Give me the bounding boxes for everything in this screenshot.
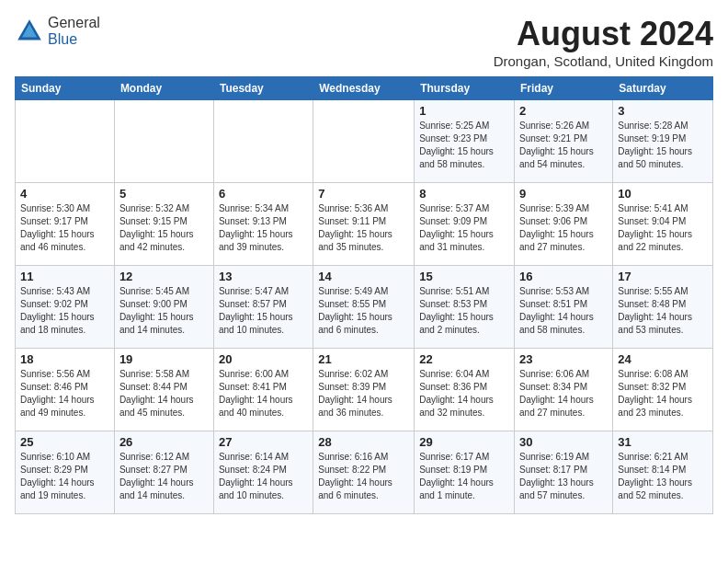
calendar-cell: 16Sunrise: 5:53 AM Sunset: 8:51 PM Dayli… (515, 266, 613, 349)
calendar-cell: 9Sunrise: 5:39 AM Sunset: 9:06 PM Daylig… (515, 183, 613, 266)
day-header-wednesday: Wednesday (313, 77, 415, 100)
calendar-cell: 4Sunrise: 5:30 AM Sunset: 9:17 PM Daylig… (16, 183, 115, 266)
day-number: 10 (618, 187, 708, 201)
day-info: Sunrise: 5:34 AM Sunset: 9:13 PM Dayligh… (219, 202, 308, 254)
day-info: Sunrise: 5:47 AM Sunset: 8:57 PM Dayligh… (219, 285, 308, 337)
day-number: 18 (20, 352, 109, 366)
calendar-cell: 31Sunrise: 6:21 AM Sunset: 8:14 PM Dayli… (613, 431, 713, 514)
week-row-3: 11Sunrise: 5:43 AM Sunset: 9:02 PM Dayli… (16, 266, 713, 349)
day-info: Sunrise: 5:37 AM Sunset: 9:09 PM Dayligh… (419, 202, 509, 254)
title-block: August 2024 Drongan, Scotland, United Ki… (494, 15, 713, 69)
day-number: 22 (419, 352, 509, 366)
day-number: 26 (119, 435, 209, 449)
day-number: 29 (419, 435, 509, 449)
calendar-cell: 15Sunrise: 5:51 AM Sunset: 8:53 PM Dayli… (415, 266, 515, 349)
calendar-cell (313, 100, 415, 183)
day-info: Sunrise: 5:28 AM Sunset: 9:19 PM Dayligh… (618, 120, 708, 171)
day-number: 31 (618, 435, 708, 449)
calendar-cell: 23Sunrise: 6:06 AM Sunset: 8:34 PM Dayli… (515, 349, 613, 431)
day-header-tuesday: Tuesday (213, 77, 313, 100)
week-row-4: 18Sunrise: 5:56 AM Sunset: 8:46 PM Dayli… (16, 349, 713, 431)
day-number: 21 (318, 352, 409, 366)
day-header-monday: Monday (114, 77, 213, 100)
day-info: Sunrise: 6:14 AM Sunset: 8:24 PM Dayligh… (219, 451, 308, 502)
day-number: 27 (219, 435, 308, 449)
day-info: Sunrise: 5:49 AM Sunset: 8:55 PM Dayligh… (318, 285, 409, 337)
calendar-cell (213, 100, 313, 183)
day-info: Sunrise: 5:41 AM Sunset: 9:04 PM Dayligh… (618, 202, 708, 254)
calendar-cell: 10Sunrise: 5:41 AM Sunset: 9:04 PM Dayli… (613, 183, 713, 266)
day-info: Sunrise: 5:55 AM Sunset: 8:48 PM Dayligh… (618, 285, 708, 337)
calendar-cell: 19Sunrise: 5:58 AM Sunset: 8:44 PM Dayli… (114, 349, 213, 431)
day-header-friday: Friday (515, 77, 613, 100)
calendar-cell: 13Sunrise: 5:47 AM Sunset: 8:57 PM Dayli… (213, 266, 313, 349)
day-number: 9 (519, 187, 608, 201)
calendar-cell: 12Sunrise: 5:45 AM Sunset: 9:00 PM Dayli… (114, 266, 213, 349)
location: Drongan, Scotland, United Kingdom (494, 53, 713, 69)
day-header-saturday: Saturday (613, 77, 713, 100)
day-info: Sunrise: 6:04 AM Sunset: 8:36 PM Dayligh… (419, 368, 509, 419)
logo: General Blue (15, 15, 100, 48)
calendar-cell: 6Sunrise: 5:34 AM Sunset: 9:13 PM Daylig… (213, 183, 313, 266)
calendar-cell: 27Sunrise: 6:14 AM Sunset: 8:24 PM Dayli… (213, 431, 313, 514)
day-number: 14 (318, 270, 409, 283)
calendar-cell: 20Sunrise: 6:00 AM Sunset: 8:41 PM Dayli… (213, 349, 313, 431)
logo-blue-text: Blue (48, 31, 77, 47)
calendar-cell: 29Sunrise: 6:17 AM Sunset: 8:19 PM Dayli… (415, 431, 515, 514)
calendar-cell: 30Sunrise: 6:19 AM Sunset: 8:17 PM Dayli… (515, 431, 613, 514)
day-info: Sunrise: 5:58 AM Sunset: 8:44 PM Dayligh… (119, 368, 209, 419)
day-number: 23 (519, 352, 608, 366)
day-number: 8 (419, 187, 509, 201)
page-header: General Blue August 2024 Drongan, Scotla… (15, 15, 713, 69)
day-number: 7 (318, 187, 409, 201)
logo-general-text: General (48, 15, 100, 30)
day-info: Sunrise: 6:08 AM Sunset: 8:32 PM Dayligh… (618, 368, 708, 419)
day-info: Sunrise: 5:32 AM Sunset: 9:15 PM Dayligh… (119, 202, 209, 254)
day-number: 19 (119, 352, 209, 366)
day-header-sunday: Sunday (16, 77, 115, 100)
day-number: 4 (20, 187, 109, 201)
calendar-cell: 7Sunrise: 5:36 AM Sunset: 9:11 PM Daylig… (313, 183, 415, 266)
day-info: Sunrise: 6:16 AM Sunset: 8:22 PM Dayligh… (318, 451, 409, 502)
calendar-cell (114, 100, 213, 183)
day-number: 2 (519, 104, 608, 118)
day-info: Sunrise: 5:45 AM Sunset: 9:00 PM Dayligh… (119, 285, 209, 337)
day-info: Sunrise: 6:21 AM Sunset: 8:14 PM Dayligh… (618, 451, 708, 502)
day-number: 16 (519, 270, 608, 283)
day-number: 28 (318, 435, 409, 449)
day-info: Sunrise: 6:10 AM Sunset: 8:29 PM Dayligh… (20, 451, 109, 502)
calendar-cell: 11Sunrise: 5:43 AM Sunset: 9:02 PM Dayli… (16, 266, 115, 349)
calendar-cell: 26Sunrise: 6:12 AM Sunset: 8:27 PM Dayli… (114, 431, 213, 514)
calendar-cell: 8Sunrise: 5:37 AM Sunset: 9:09 PM Daylig… (415, 183, 515, 266)
calendar-cell: 18Sunrise: 5:56 AM Sunset: 8:46 PM Dayli… (16, 349, 115, 431)
day-number: 30 (519, 435, 608, 449)
day-info: Sunrise: 5:53 AM Sunset: 8:51 PM Dayligh… (519, 285, 608, 337)
calendar-cell: 21Sunrise: 6:02 AM Sunset: 8:39 PM Dayli… (313, 349, 415, 431)
week-row-2: 4Sunrise: 5:30 AM Sunset: 9:17 PM Daylig… (16, 183, 713, 266)
calendar-cell: 14Sunrise: 5:49 AM Sunset: 8:55 PM Dayli… (313, 266, 415, 349)
day-number: 24 (618, 352, 708, 366)
day-number: 15 (419, 270, 509, 283)
day-info: Sunrise: 5:30 AM Sunset: 9:17 PM Dayligh… (20, 202, 109, 254)
calendar-table: SundayMondayTuesdayWednesdayThursdayFrid… (15, 76, 713, 514)
day-info: Sunrise: 5:25 AM Sunset: 9:23 PM Dayligh… (419, 120, 509, 171)
calendar-cell (16, 100, 115, 183)
day-info: Sunrise: 5:43 AM Sunset: 9:02 PM Dayligh… (20, 285, 109, 337)
day-info: Sunrise: 6:19 AM Sunset: 8:17 PM Dayligh… (519, 451, 608, 502)
day-number: 1 (419, 104, 509, 118)
calendar-cell: 5Sunrise: 5:32 AM Sunset: 9:15 PM Daylig… (114, 183, 213, 266)
day-info: Sunrise: 6:17 AM Sunset: 8:19 PM Dayligh… (419, 451, 509, 502)
week-row-1: 1Sunrise: 5:25 AM Sunset: 9:23 PM Daylig… (16, 100, 713, 183)
calendar-cell: 28Sunrise: 6:16 AM Sunset: 8:22 PM Dayli… (313, 431, 415, 514)
day-number: 25 (20, 435, 109, 449)
day-info: Sunrise: 6:06 AM Sunset: 8:34 PM Dayligh… (519, 368, 608, 419)
calendar-cell: 17Sunrise: 5:55 AM Sunset: 8:48 PM Dayli… (613, 266, 713, 349)
day-number: 11 (20, 270, 109, 283)
calendar-cell: 2Sunrise: 5:26 AM Sunset: 9:21 PM Daylig… (515, 100, 613, 183)
calendar-header-row: SundayMondayTuesdayWednesdayThursdayFrid… (16, 77, 713, 100)
day-info: Sunrise: 5:56 AM Sunset: 8:46 PM Dayligh… (20, 368, 109, 419)
calendar-cell: 3Sunrise: 5:28 AM Sunset: 9:19 PM Daylig… (613, 100, 713, 183)
month-year: August 2024 (494, 15, 713, 53)
day-info: Sunrise: 5:36 AM Sunset: 9:11 PM Dayligh… (318, 202, 409, 254)
day-info: Sunrise: 5:26 AM Sunset: 9:21 PM Dayligh… (519, 120, 608, 171)
